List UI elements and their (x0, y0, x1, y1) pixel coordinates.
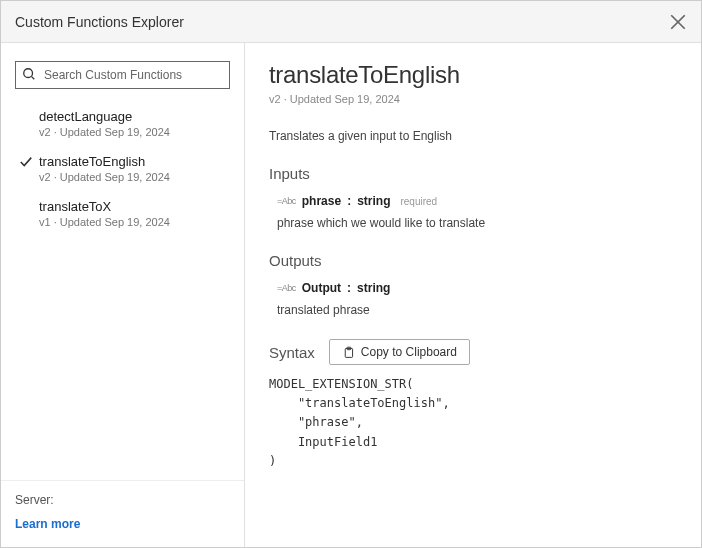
clipboard-icon (342, 346, 355, 359)
copy-button-label: Copy to Clipboard (361, 345, 457, 359)
sidebar-item-translatetox[interactable]: translateToX v1 · Updated Sep 19, 2024 (15, 193, 230, 238)
function-meta: v2 · Updated Sep 19, 2024 (39, 126, 228, 138)
search-wrap (15, 61, 230, 89)
dialog-body: detectLanguage v2 · Updated Sep 19, 2024… (1, 43, 701, 547)
param-description: phrase which we would like to translate (277, 216, 677, 230)
param-signature: =Abc Output : string (277, 281, 677, 295)
copy-to-clipboard-button[interactable]: Copy to Clipboard (329, 339, 470, 365)
input-param: =Abc phrase : string required phrase whi… (269, 194, 677, 230)
type-badge-icon: =Abc (277, 196, 296, 206)
check-icon (19, 155, 33, 169)
outputs-heading: Outputs (269, 252, 677, 269)
sidebar-item-detectlanguage[interactable]: detectLanguage v2 · Updated Sep 19, 2024 (15, 103, 230, 148)
function-meta: v2 · Updated Sep 19, 2024 (39, 171, 228, 183)
syntax-row: Syntax Copy to Clipboard (269, 339, 677, 365)
detail-panel: translateToEnglish v2 · Updated Sep 19, … (245, 43, 701, 547)
param-type: string (357, 194, 390, 208)
syntax-code: MODEL_EXTENSION_STR( "translateToEnglish… (269, 375, 677, 471)
param-name: phrase (302, 194, 341, 208)
function-name: detectLanguage (39, 109, 228, 124)
sidebar-footer: Server: Learn more (1, 480, 244, 547)
detail-description: Translates a given input to English (269, 129, 677, 143)
required-badge: required (400, 196, 437, 207)
inputs-heading: Inputs (269, 165, 677, 182)
search-icon (22, 67, 36, 81)
type-badge-icon: =Abc (277, 283, 296, 293)
output-param: =Abc Output : string translated phrase (269, 281, 677, 317)
svg-point-2 (24, 69, 33, 78)
function-meta: v1 · Updated Sep 19, 2024 (39, 216, 228, 228)
dialog-title: Custom Functions Explorer (15, 14, 184, 30)
search-input[interactable] (15, 61, 230, 89)
sidebar-main: detectLanguage v2 · Updated Sep 19, 2024… (1, 43, 244, 480)
param-colon: : (347, 194, 351, 208)
syntax-heading: Syntax (269, 344, 315, 361)
param-signature: =Abc phrase : string required (277, 194, 677, 208)
param-name: Output (302, 281, 341, 295)
sidebar-item-translatetoenglish[interactable]: translateToEnglish v2 · Updated Sep 19, … (15, 148, 230, 193)
detail-title: translateToEnglish (269, 61, 677, 89)
function-name: translateToX (39, 199, 228, 214)
svg-line-3 (32, 77, 35, 80)
param-description: translated phrase (277, 303, 677, 317)
dialog-header: Custom Functions Explorer (1, 1, 701, 43)
param-colon: : (347, 281, 351, 295)
function-name: translateToEnglish (39, 154, 228, 169)
close-icon[interactable] (669, 13, 687, 31)
sidebar: detectLanguage v2 · Updated Sep 19, 2024… (1, 43, 245, 547)
learn-more-link[interactable]: Learn more (15, 517, 230, 531)
server-label: Server: (15, 493, 230, 507)
param-type: string (357, 281, 390, 295)
detail-meta: v2 · Updated Sep 19, 2024 (269, 93, 677, 105)
